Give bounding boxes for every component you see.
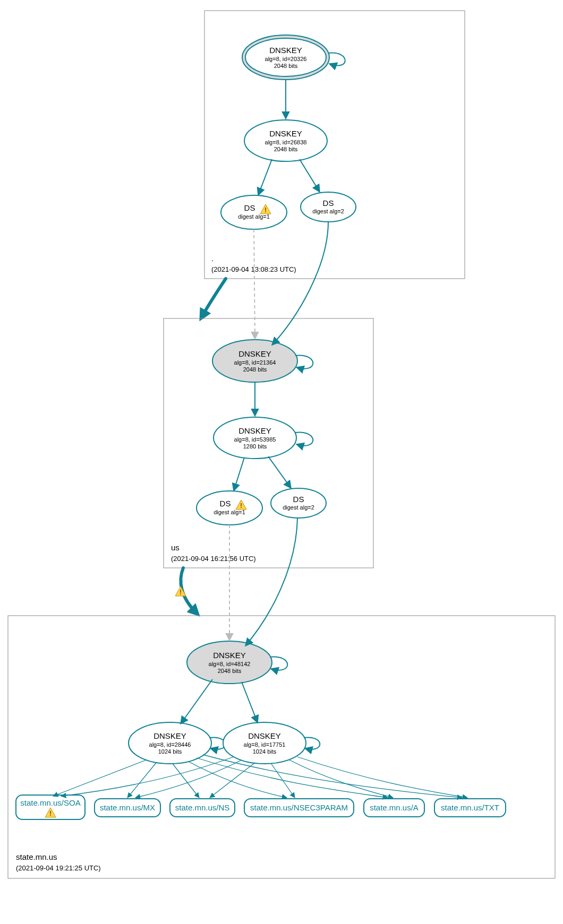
svg-text:1280 bits: 1280 bits: [243, 443, 267, 450]
zone-us-name: us: [171, 543, 180, 552]
svg-text:alg=8, id=28446: alg=8, id=28446: [149, 741, 191, 748]
svg-text:DNSKEY: DNSKEY: [153, 731, 186, 740]
edge-us-ksk-self: [295, 356, 313, 369]
delegation-us-statemnus: [181, 568, 197, 613]
edge-us-zsk-ds1: [234, 457, 244, 491]
node-root-ds2: DS digest alg=2: [301, 192, 356, 222]
edge-root-ds2-us-ksk: [272, 222, 328, 345]
edge-root-ds1-us-ksk: [254, 229, 255, 339]
edge-root-zsk-ds1: [258, 159, 272, 195]
svg-text:digest alg=2: digest alg=2: [283, 504, 314, 511]
svg-text:state.mn.us/TXT: state.mn.us/TXT: [441, 803, 499, 812]
delegation-root-us: [202, 279, 226, 317]
svg-text:DNSKEY: DNSKEY: [269, 46, 302, 55]
edge-us-ds2-mn-ksk: [245, 518, 297, 646]
svg-text:2048 bits: 2048 bits: [274, 63, 298, 69]
svg-text:DS: DS: [220, 499, 231, 508]
svg-text:!: !: [240, 502, 242, 510]
svg-text:alg=8, id=17751: alg=8, id=17751: [244, 741, 286, 748]
node-us-ksk: DNSKEY alg=8, id=21364 2048 bits: [212, 340, 297, 382]
rrset-txt: state.mn.us/TXT: [434, 799, 506, 817]
svg-text:state.mn.us/NSEC3PARAM: state.mn.us/NSEC3PARAM: [250, 803, 348, 812]
zone-root-name: .: [211, 254, 214, 263]
edge-mn-ksk-zsk2: [242, 682, 258, 723]
edge-us-zsk-ds2: [268, 456, 291, 488]
zone-us-ts: (2021-09-04 16:21:56 UTC): [171, 555, 256, 563]
svg-text:DS: DS: [244, 203, 255, 212]
node-root-zsk: DNSKEY alg=8, id=26838 2048 bits: [244, 120, 327, 161]
dnssec-graph: . (2021-09-04 13:08:23 UTC) DNSKEY alg=8…: [0, 0, 563, 924]
svg-text:DS: DS: [293, 495, 304, 504]
svg-point-10: [221, 195, 287, 229]
node-us-zsk: DNSKEY alg=8, id=53985 1280 bits: [214, 417, 296, 459]
rrset-nsec3: state.mn.us/NSEC3PARAM: [244, 799, 354, 817]
svg-text:1024 bits: 1024 bits: [158, 748, 182, 755]
node-us-ds2: DS digest alg=2: [271, 488, 326, 518]
svg-text:alg=8, id=53985: alg=8, id=53985: [234, 436, 276, 443]
svg-text:alg=8, id=21364: alg=8, id=21364: [234, 359, 276, 366]
warning-icon: !: [175, 586, 186, 596]
rrset-soa: state.mn.us/SOA !: [16, 795, 85, 819]
svg-text:state.mn.us/NS: state.mn.us/NS: [175, 803, 230, 812]
edge-mn-ksk-self: [270, 657, 287, 670]
node-root-ds1: DS digest alg=1 !: [221, 195, 287, 229]
zone-statemnus-ts: (2021-09-04 19:21:25 UTC): [16, 864, 101, 872]
svg-text:state.mn.us/MX: state.mn.us/MX: [100, 803, 155, 812]
svg-text:!: !: [265, 206, 267, 214]
node-us-ds1: DS digest alg=1 !: [197, 491, 262, 525]
svg-text:DNSKEY: DNSKEY: [238, 349, 271, 358]
zone-statemnus: state.mn.us (2021-09-04 19:21:25 UTC) DN…: [8, 518, 555, 878]
svg-text:alg=8, id=26838: alg=8, id=26838: [265, 139, 307, 145]
zone-root: . (2021-09-04 13:08:23 UTC) DNSKEY alg=8…: [204, 11, 465, 279]
node-root-ksk: DNSKEY alg=8, id=20326 2048 bits: [242, 35, 329, 80]
svg-text:!: !: [180, 589, 182, 596]
svg-text:DNSKEY: DNSKEY: [213, 651, 246, 660]
edge-mn-ksk-zsk1: [181, 679, 212, 724]
svg-text:digest alg=1: digest alg=1: [214, 509, 245, 515]
svg-text:digest alg=2: digest alg=2: [312, 208, 344, 214]
svg-text:1024 bits: 1024 bits: [253, 748, 277, 755]
svg-text:alg=8, id=48142: alg=8, id=48142: [209, 661, 251, 667]
svg-text:DS: DS: [323, 198, 334, 208]
node-mn-ksk: DNSKEY alg=8, id=48142 2048 bits: [187, 641, 272, 684]
rrset-mx: state.mn.us/MX: [95, 799, 160, 817]
edge-us-zsk-self: [295, 433, 313, 446]
svg-text:DNSKEY: DNSKEY: [269, 129, 302, 138]
svg-text:!: !: [49, 810, 52, 817]
node-mn-zsk1: DNSKEY alg=8, id=28446 1024 bits: [129, 722, 211, 764]
zone-us: us (2021-09-04 16:21:56 UTC) DNSKEY alg=…: [164, 222, 373, 568]
svg-text:alg=8, id=20326: alg=8, id=20326: [265, 56, 307, 62]
svg-text:state.mn.us/SOA: state.mn.us/SOA: [20, 798, 80, 807]
rrset-ns: state.mn.us/NS: [170, 799, 235, 817]
node-mn-zsk2: DNSKEY alg=8, id=17751 1024 bits: [223, 722, 306, 764]
edge-root-zsk-ds2: [300, 159, 320, 192]
svg-text:2048 bits: 2048 bits: [243, 366, 267, 373]
edge-root-ksk-self: [328, 53, 345, 66]
svg-text:digest alg=1: digest alg=1: [238, 213, 270, 220]
svg-text:DNSKEY: DNSKEY: [248, 731, 281, 740]
zone-statemnus-name: state.mn.us: [16, 852, 57, 861]
svg-text:state.mn.us/A: state.mn.us/A: [370, 803, 419, 812]
svg-text:2048 bits: 2048 bits: [274, 146, 298, 152]
svg-text:DNSKEY: DNSKEY: [238, 426, 271, 435]
rrset-a: state.mn.us/A: [364, 799, 424, 817]
svg-text:2048 bits: 2048 bits: [218, 668, 242, 674]
svg-point-26: [197, 491, 262, 525]
